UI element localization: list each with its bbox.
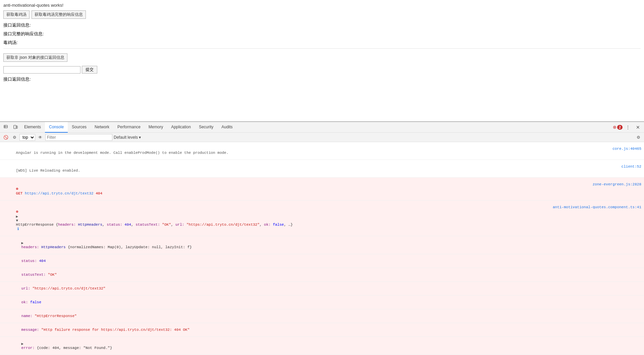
error-icon-2: ⊗ xyxy=(16,210,18,214)
tab-sources[interactable]: Sources xyxy=(68,122,91,133)
filter-input[interactable] xyxy=(45,134,112,141)
api-return-label: 接口返回信息: xyxy=(3,22,641,28)
close-devtools-icon[interactable]: ✕ xyxy=(633,123,643,132)
fetch-soup-button[interactable]: 获取毒鸡汤 xyxy=(3,10,30,19)
console-gear-icon[interactable]: ⚙ xyxy=(635,134,642,141)
console-line-angular: core.js:40465 Angular is running in the … xyxy=(0,142,644,160)
api-full-return-label: 接口完整的响应信息: xyxy=(3,31,641,37)
error-detail-headers: ▶ headers: HttpHeaders {normalizedNames:… xyxy=(0,236,644,254)
source-link-zone[interactable]: zone-evergreen.js:2828 xyxy=(593,182,641,186)
console-line-get-error: zone-evergreen.js:2828 ⊗ GET https://api… xyxy=(0,178,644,201)
svg-rect-3 xyxy=(14,125,16,129)
submit-button[interactable]: 提交 xyxy=(82,66,97,74)
console-settings-icon[interactable]: ⚙ xyxy=(11,134,18,141)
devtools-right-controls: ⊗ 2 ⋮ ✕ xyxy=(613,123,643,132)
default-levels-selector[interactable]: Default levels ▾ xyxy=(114,135,141,140)
tab-memory[interactable]: Memory xyxy=(145,122,167,133)
tab-security[interactable]: Security xyxy=(195,122,217,133)
fetch-non-json-button[interactable]: 获取非 json 对象的接口返回信息 xyxy=(3,53,67,62)
button-row-1: 获取毒鸡汤 获取毒鸡汤完整的响应信息 xyxy=(3,10,641,19)
source-link-component[interactable]: anti-motivational-quotes.component.ts:41 xyxy=(553,205,641,209)
error-detail-name: name: "HttpErrorResponse" xyxy=(0,309,644,323)
tab-network[interactable]: Network xyxy=(91,122,113,133)
devtools-panel: Elements Console Sources Network Perform… xyxy=(0,122,644,355)
info-icon[interactable]: ℹ xyxy=(17,227,19,231)
soup-label: 毒鸡汤: xyxy=(3,40,641,46)
error-badge: ⊗ 2 xyxy=(613,125,623,130)
fetch-full-response-button[interactable]: 获取毒鸡汤完整的响应信息 xyxy=(32,10,86,19)
error-expand[interactable]: ▶ xyxy=(21,342,24,346)
text-input[interactable] xyxy=(3,66,80,74)
input-row: 提交 xyxy=(3,66,641,74)
error-detail-message: message: "Http failure response for http… xyxy=(0,323,644,337)
source-link-core[interactable]: core.js:40465 xyxy=(612,147,641,151)
expand-arrow-inner[interactable]: ▼ xyxy=(16,219,18,223)
tab-performance[interactable]: Performance xyxy=(113,122,145,133)
error-detail-statustext: statusText: "OK" xyxy=(0,268,644,282)
source-link-client[interactable]: client:52 xyxy=(622,165,641,169)
console-line-http-error: anti-motivational-quotes.component.ts:41… xyxy=(0,201,644,236)
divider xyxy=(3,48,641,49)
error-detail-error: ▶ error: {code: 404, message: "Not Found… xyxy=(0,337,644,355)
device-toolbar-icon[interactable] xyxy=(11,123,20,132)
headers-detail: {normalizedNames: Map(0), lazyUpdate: nu… xyxy=(68,245,192,249)
error-detail-status: status: 404 xyxy=(0,254,644,268)
headers-expand[interactable]: ▶ xyxy=(21,241,24,245)
error-detail-url: url: "https://api.tryto.cn/djt/text32" xyxy=(0,282,644,296)
console-line-wds: client:52 [WDS] Live Reloading enabled. xyxy=(0,160,644,178)
inspect-element-icon[interactable] xyxy=(1,123,11,132)
page-title: anti-motivational-quotes works! xyxy=(3,3,641,8)
main-page: anti-motivational-quotes works! 获取毒鸡汤 获取… xyxy=(0,0,644,122)
api-return-label-2: 接口返回信息: xyxy=(3,76,641,82)
tab-audits[interactable]: Audits xyxy=(217,122,236,133)
error-url-link[interactable]: https://api.tryto.cn/djt/text32 xyxy=(25,191,94,195)
console-output[interactable]: core.js:40465 Angular is running in the … xyxy=(0,142,644,355)
devtools-tabbar: Elements Console Sources Network Perform… xyxy=(0,122,644,133)
console-toolbar: 🚫 ⚙ top 👁 Default levels ▾ ⚙ xyxy=(0,133,644,142)
error-count: 2 xyxy=(617,125,623,130)
http-error-label: HttpErrorResponse {headers: HttpHeaders,… xyxy=(16,223,293,227)
error-obj-val: {code: 404, message: "Not Found."} xyxy=(37,346,112,350)
error-icon-1: ⊗ xyxy=(16,187,18,191)
tab-console[interactable]: Console xyxy=(45,122,68,133)
expand-arrow-outer[interactable]: ▶ xyxy=(16,214,18,219)
tab-application[interactable]: Application xyxy=(167,122,195,133)
error-detail-ok: ok: false xyxy=(0,296,644,309)
context-selector[interactable]: top xyxy=(19,134,35,141)
non-json-section: 获取非 json 对象的接口返回信息 xyxy=(3,50,641,63)
clear-console-icon[interactable]: 🚫 xyxy=(2,134,9,141)
svg-rect-4 xyxy=(16,126,17,128)
tab-elements[interactable]: Elements xyxy=(20,122,45,133)
eye-icon[interactable]: 👁 xyxy=(37,134,44,141)
more-options-icon[interactable]: ⋮ xyxy=(623,123,633,132)
